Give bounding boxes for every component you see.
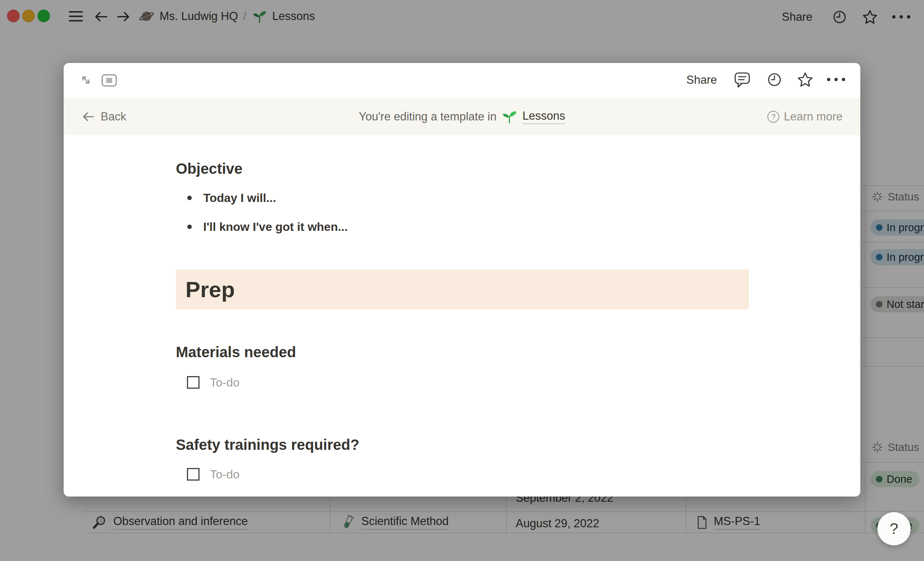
- todo-item: To-do: [176, 373, 240, 391]
- template-banner: Back You're editing a template in Lesson…: [64, 98, 860, 135]
- star-icon: [796, 71, 814, 88]
- ellipsis-icon: [827, 78, 830, 81]
- prep-heading: Prep: [186, 277, 235, 302]
- bullet-item: I'll know I've got it when...: [176, 218, 348, 235]
- bullet-item: Today I will...: [176, 190, 276, 206]
- modal-more-button[interactable]: [827, 78, 845, 81]
- todo-checkbox[interactable]: [187, 468, 200, 481]
- safety-heading: Safety trainings required?: [176, 436, 360, 454]
- bullet-dot: [188, 224, 192, 229]
- banner-message: You're editing a template in Lessons: [64, 108, 860, 125]
- expand-page-button[interactable]: [79, 73, 93, 87]
- back-arrow-icon: [81, 110, 96, 123]
- help-button[interactable]: ?: [878, 512, 910, 546]
- back-button[interactable]: Back: [81, 110, 126, 123]
- materials-heading: Materials needed: [176, 343, 296, 361]
- todo-item: To-do: [176, 465, 240, 483]
- learn-more-label: Learn more: [784, 110, 843, 123]
- modal-comments-button[interactable]: [734, 71, 751, 89]
- clock-icon: [766, 72, 783, 88]
- expand-icon: [79, 73, 93, 87]
- back-button-label: Back: [101, 110, 126, 123]
- modal-header: Share: [64, 63, 860, 98]
- prep-heading-block: Prep: [176, 269, 749, 310]
- todo-placeholder[interactable]: To-do: [210, 468, 240, 481]
- banner-target-page-link[interactable]: Lessons: [522, 109, 565, 124]
- question-circle-icon: ?: [767, 111, 779, 123]
- modal-favorite-button[interactable]: [796, 71, 814, 88]
- learn-more-button[interactable]: ? Learn more: [767, 110, 843, 123]
- template-editor-modal: Share: [64, 63, 860, 496]
- todo-checkbox[interactable]: [187, 376, 200, 389]
- seedling-emoji-icon: [501, 108, 518, 125]
- modal-share-button[interactable]: Share: [686, 74, 717, 87]
- banner-message-text: You're editing a template in: [359, 110, 496, 123]
- comment-icon: [734, 71, 751, 89]
- bullet-dot: [188, 196, 192, 200]
- todo-placeholder[interactable]: To-do: [210, 376, 240, 390]
- modal-updates-button[interactable]: [766, 72, 783, 88]
- side-peek-icon: [101, 74, 117, 87]
- side-peek-button[interactable]: [101, 74, 117, 87]
- objective-heading: Objective: [176, 160, 243, 177]
